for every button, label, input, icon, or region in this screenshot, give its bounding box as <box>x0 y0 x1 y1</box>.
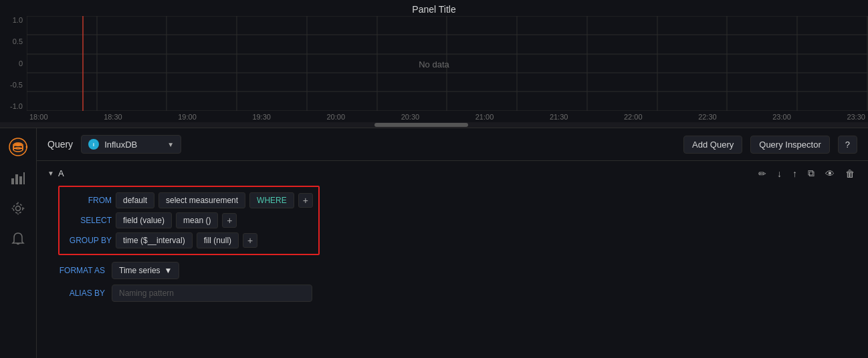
group-by-add-button[interactable]: + <box>243 233 257 248</box>
x-label-2230: 22:30 <box>698 113 717 121</box>
sidebar-icon-bell[interactable] <box>5 226 31 252</box>
x-label-2030: 20:30 <box>401 113 420 121</box>
select-row: SELECT field (value) mean () + <box>65 212 313 228</box>
x-label-2100: 21:00 <box>475 113 494 121</box>
y-label-5: -1.0 <box>10 102 23 110</box>
main-content: Query i InfluxDB ▼ Add Query Query Inspe… <box>0 128 868 358</box>
x-axis: 18:00 18:30 19:00 19:30 20:00 20:30 21:0… <box>27 113 868 121</box>
query-header: Query i InfluxDB ▼ Add Query Query Inspe… <box>37 128 868 161</box>
chevron-down-icon: ▼ <box>167 141 174 148</box>
field-value-pill[interactable]: field (value) <box>116 212 172 228</box>
y-label-3: 0 <box>19 59 23 67</box>
influxdb-icon: i <box>88 139 99 150</box>
x-label-1900: 19:00 <box>178 113 197 121</box>
x-label-1800: 18:00 <box>29 113 48 121</box>
svg-point-20 <box>9 138 27 156</box>
where-pill[interactable]: WHERE <box>249 192 294 208</box>
svg-text:i: i <box>93 142 94 147</box>
mean-pill[interactable]: mean () <box>176 212 218 228</box>
help-button[interactable]: ? <box>838 136 857 154</box>
svg-rect-27 <box>11 178 14 184</box>
alias-by-label: ALIAS BY <box>58 289 105 298</box>
y-axis: 1.0 0.5 0 -0.5 -1.0 <box>0 16 27 110</box>
from-label: FROM <box>65 196 112 205</box>
query-block-a: ▼ A ✏ ↓ ↑ ⧉ 👁 🗑 FROM default select meas… <box>37 161 868 307</box>
bell-icon <box>11 232 25 246</box>
visibility-icon[interactable]: 👁 <box>823 167 837 180</box>
query-builder: FROM default select measurement WHERE + … <box>58 186 320 255</box>
format-value: Time series <box>119 266 160 275</box>
query-block-header: ▼ A ✏ ↓ ↑ ⧉ 👁 🗑 <box>47 166 857 180</box>
group-by-row: GROUP BY time ($__interval) fill (null) … <box>65 232 313 248</box>
delete-icon[interactable]: 🗑 <box>843 167 857 180</box>
sidebar-icon-chart[interactable] <box>5 164 31 191</box>
time-interval-pill[interactable]: time ($__interval) <box>116 232 193 248</box>
format-chevron-icon: ▼ <box>165 266 173 275</box>
chart-scrollbar[interactable] <box>0 122 868 128</box>
select-add-button[interactable]: + <box>222 213 237 228</box>
alias-input[interactable] <box>112 285 312 302</box>
svg-rect-29 <box>19 176 22 184</box>
x-label-2000: 20:00 <box>327 113 346 121</box>
y-label-4: -0.5 <box>10 81 23 89</box>
x-label-2300: 23:00 <box>772 113 791 121</box>
sidebar <box>0 128 37 358</box>
scrollbar-thumb[interactable] <box>374 123 468 127</box>
grafana-icon <box>9 138 27 156</box>
x-label-2130: 21:30 <box>550 113 568 121</box>
chart-icon <box>11 170 25 185</box>
y-label-2: 0.5 <box>13 37 23 45</box>
query-block-label: A <box>58 168 64 178</box>
sidebar-icon-database[interactable] <box>5 134 31 160</box>
x-label-1830: 18:30 <box>104 113 122 121</box>
x-label-2330: 23:30 <box>847 113 865 121</box>
query-block-actions: ✏ ↓ ↑ ⧉ 👁 🗑 <box>756 166 857 180</box>
y-label-1: 1.0 <box>13 16 23 24</box>
collapse-arrow-icon[interactable]: ▼ <box>47 170 54 177</box>
svg-rect-28 <box>15 174 18 184</box>
select-label: SELECT <box>65 216 112 225</box>
duplicate-icon[interactable]: ⧉ <box>805 166 817 180</box>
from-default-pill[interactable]: default <box>116 192 154 208</box>
from-row: FROM default select measurement WHERE + <box>65 192 313 208</box>
format-select[interactable]: Time series ▼ <box>112 262 179 279</box>
svg-point-31 <box>16 206 21 211</box>
no-data-label: No data <box>419 59 449 69</box>
add-query-button[interactable]: Add Query <box>683 136 742 154</box>
svg-point-32 <box>13 204 23 213</box>
x-label-2200: 22:00 <box>624 113 643 121</box>
alias-row: ALIAS BY <box>58 285 857 302</box>
query-panel: Query i InfluxDB ▼ Add Query Query Inspe… <box>37 128 868 358</box>
move-up-icon[interactable]: ↑ <box>790 167 800 180</box>
move-down-icon[interactable]: ↓ <box>774 167 784 180</box>
format-row: FORMAT AS Time series ▼ <box>58 262 857 279</box>
sidebar-icon-settings[interactable] <box>5 195 31 222</box>
edit-icon[interactable]: ✏ <box>756 167 769 180</box>
chart-title: Panel Title <box>0 0 868 15</box>
datasource-name: InfluxDB <box>104 140 162 150</box>
settings-icon <box>11 201 25 216</box>
datasource-select[interactable]: i InfluxDB ▼ <box>81 135 181 154</box>
format-as-label: FORMAT AS <box>58 266 105 275</box>
query-inspector-button[interactable]: Query Inspector <box>750 136 830 154</box>
where-add-button[interactable]: + <box>298 193 313 208</box>
chart-area: Panel Title 1.0 0.5 0 -0.5 -1.0 No data <box>0 0 868 128</box>
svg-rect-30 <box>23 172 25 184</box>
group-by-label: GROUP BY <box>65 236 112 245</box>
x-label-1930: 19:30 <box>252 113 271 121</box>
query-label: Query <box>47 139 73 150</box>
select-measurement-pill[interactable]: select measurement <box>158 192 245 208</box>
fill-null-pill[interactable]: fill (null) <box>197 232 239 248</box>
